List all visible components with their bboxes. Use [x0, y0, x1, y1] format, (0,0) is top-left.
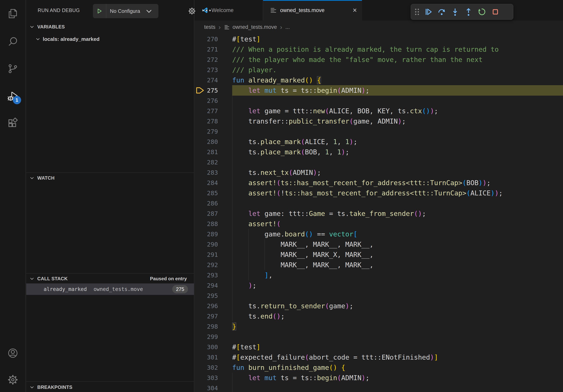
- step-over-button[interactable]: [435, 5, 448, 19]
- code-line-283[interactable]: 283 ts.next_tx(ADMIN);: [194, 167, 563, 178]
- step-into-button[interactable]: [448, 5, 462, 19]
- code-line-276[interactable]: 276: [194, 95, 563, 106]
- debug-configuration-dropdown[interactable]: No Configura: [93, 4, 158, 18]
- code-line-304[interactable]: 304: [194, 383, 563, 392]
- code-line-299[interactable]: 299: [194, 332, 563, 342]
- extensions-icon[interactable]: [7, 118, 19, 130]
- code-line-296[interactable]: 296 ts.return_to_sender(game);: [194, 301, 563, 311]
- code-line-288[interactable]: 288 assert!(: [194, 219, 563, 229]
- section-breakpoints[interactable]: BREAKPOINTS: [26, 382, 194, 392]
- section-variables[interactable]: VARIABLES: [26, 22, 194, 32]
- line-number[interactable]: 276: [194, 95, 218, 106]
- breadcrumb-tests[interactable]: tests: [204, 24, 215, 30]
- line-number[interactable]: 287: [194, 209, 218, 219]
- code-line-281[interactable]: 281 ts.place_mark(BOB, 1, 1);: [194, 147, 563, 157]
- code-editor[interactable]: 270#[test]271/// When a position is alre…: [194, 34, 563, 392]
- code-line-303[interactable]: 303 let mut ts = ts::begin(ADMIN);: [194, 373, 563, 383]
- line-number[interactable]: 280: [194, 137, 218, 147]
- line-number[interactable]: 294: [194, 280, 218, 290]
- line-number[interactable]: 278: [194, 116, 218, 126]
- code-line-293[interactable]: 293 ],: [194, 270, 563, 280]
- line-number[interactable]: 303: [194, 373, 218, 383]
- line-number[interactable]: 279: [194, 126, 218, 137]
- line-number[interactable]: 304: [194, 383, 218, 392]
- line-number[interactable]: 285: [194, 188, 218, 198]
- source-control-icon[interactable]: [7, 63, 19, 75]
- close-icon[interactable]: ×: [353, 7, 357, 14]
- section-call-stack[interactable]: CALL STACK Paused on entry: [26, 274, 194, 283]
- line-number[interactable]: 286: [194, 198, 218, 209]
- line-number[interactable]: 290: [194, 239, 218, 249]
- code-line-285[interactable]: 285 assert!(!ts::has_most_recent_for_add…: [194, 188, 563, 198]
- code-line-273[interactable]: 273/// player.: [194, 65, 563, 75]
- line-number[interactable]: 299: [194, 332, 218, 342]
- line-number[interactable]: 301: [194, 352, 218, 362]
- code-line-279[interactable]: 279: [194, 126, 563, 137]
- code-line-278[interactable]: 278 transfer::public_transfer(game, ADMI…: [194, 116, 563, 126]
- settings-gear-icon[interactable]: [7, 374, 19, 386]
- line-number[interactable]: 284: [194, 178, 218, 188]
- line-number[interactable]: 277: [194, 106, 218, 116]
- line-number[interactable]: 270: [194, 34, 218, 44]
- line-number[interactable]: 283: [194, 167, 218, 178]
- line-number[interactable]: 295: [194, 290, 218, 301]
- code-line-295[interactable]: 295: [194, 290, 563, 301]
- code-line-294[interactable]: 294 );: [194, 280, 563, 290]
- line-number[interactable]: 296: [194, 301, 218, 311]
- code-line-275[interactable]: 275 let mut ts = ts::begin(ADMIN);: [194, 85, 563, 95]
- code-line-277[interactable]: 277 let game = ttt::new(ALICE, BOB, KEY,…: [194, 106, 563, 116]
- step-out-button[interactable]: [462, 5, 475, 19]
- code-text: ts.place_mark(ALICE, 1, 1);: [232, 137, 358, 147]
- section-watch[interactable]: WATCH: [26, 173, 194, 183]
- line-number[interactable]: 298: [194, 321, 218, 332]
- code-line-286[interactable]: 286: [194, 198, 563, 209]
- code-line-291[interactable]: 291 MARK__, MARK_X, MARK__,: [194, 249, 563, 260]
- start-debugging-icon[interactable]: [93, 4, 106, 18]
- line-number[interactable]: 282: [194, 157, 218, 167]
- code-line-287[interactable]: 287 let game: ttt::Game = ts.take_from_s…: [194, 209, 563, 219]
- stop-button[interactable]: [489, 5, 502, 19]
- more-actions-icon[interactable]: [201, 8, 212, 14]
- line-number[interactable]: 291: [194, 249, 218, 260]
- run-and-debug-icon[interactable]: 1: [7, 91, 19, 102]
- code-line-292[interactable]: 292 MARK__, MARK__, MARK__,: [194, 260, 563, 270]
- code-line-282[interactable]: 282: [194, 157, 563, 167]
- continue-button[interactable]: [422, 5, 435, 19]
- line-number[interactable]: 288: [194, 219, 218, 229]
- variables-locals-row[interactable]: locals: already_marked: [26, 34, 194, 44]
- line-number[interactable]: 272: [194, 54, 218, 65]
- restart-button[interactable]: [475, 5, 489, 19]
- code-line-272[interactable]: 272/// the player who made the "false" m…: [194, 54, 563, 65]
- code-line-280[interactable]: 280 ts.place_mark(ALICE, 1, 1);: [194, 137, 563, 147]
- breadcrumb-file[interactable]: owned_tests.move: [232, 24, 277, 30]
- line-number[interactable]: 274: [194, 75, 218, 85]
- debug-settings-gear-icon[interactable]: [188, 7, 196, 15]
- code-line-271[interactable]: 271/// When a position is already marked…: [194, 44, 563, 54]
- breadcrumb-symbol[interactable]: ...: [285, 24, 290, 30]
- code-line-290[interactable]: 290 MARK__, MARK__, MARK__,: [194, 239, 563, 249]
- line-number[interactable]: 271: [194, 44, 218, 54]
- code-line-289[interactable]: 289 game.board() == vector[: [194, 229, 563, 239]
- line-number[interactable]: 293: [194, 270, 218, 280]
- code-line-302[interactable]: 302fun burn_unfinished_game() {: [194, 362, 563, 373]
- line-number[interactable]: 273: [194, 65, 218, 75]
- code-line-297[interactable]: 297 ts.end();: [194, 311, 563, 321]
- code-line-298[interactable]: 298}: [194, 321, 563, 332]
- tab-owned-tests-move[interactable]: owned_tests.move ×: [263, 0, 362, 21]
- line-number[interactable]: 302: [194, 362, 218, 373]
- code-line-274[interactable]: 274fun already_marked() {: [194, 75, 563, 85]
- code-line-300[interactable]: 300#[test]: [194, 342, 563, 352]
- call-stack-frame-row[interactable]: already_marked owned_tests.move 275: [26, 283, 194, 295]
- explorer-icon[interactable]: [7, 8, 19, 20]
- accounts-icon[interactable]: [7, 347, 19, 359]
- code-line-301[interactable]: 301#[expected_failure(abort_code = ttt::…: [194, 352, 563, 362]
- line-number[interactable]: 289: [194, 229, 218, 239]
- toolbar-drag-grip[interactable]: [412, 5, 422, 19]
- line-number[interactable]: 281: [194, 147, 218, 157]
- line-number[interactable]: 297: [194, 311, 218, 321]
- code-line-284[interactable]: 284 assert!(ts::has_most_recent_for_addr…: [194, 178, 563, 188]
- line-number[interactable]: 300: [194, 342, 218, 352]
- code-line-270[interactable]: 270#[test]: [194, 34, 563, 44]
- line-number[interactable]: 292: [194, 260, 218, 270]
- search-icon[interactable]: [7, 36, 19, 48]
